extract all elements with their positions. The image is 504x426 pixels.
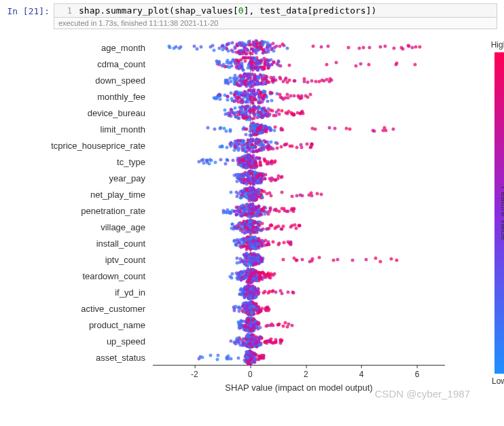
code-text: shap.summary_plot(shap_values[0], test_d… (79, 5, 376, 16)
feature-label: year_pay (109, 173, 145, 183)
feature-label: tcprice_houseprice_rate (51, 141, 145, 151)
x-tick: 4 (359, 370, 364, 379)
feature-label: if_yd_in (115, 287, 145, 298)
shap-row (153, 251, 445, 268)
feature-label: monthly_fee (97, 92, 145, 102)
feature-label: active_customer (81, 304, 145, 314)
plot-area: SHAP value (impact on model output) -202… (153, 39, 445, 386)
feature-label: village_age (101, 222, 145, 232)
feature-label: device_bureau (88, 108, 145, 118)
feature-label: limit_month (101, 124, 145, 135)
shap-row (153, 300, 445, 317)
shap-row (153, 39, 445, 56)
shap-row (153, 170, 445, 186)
feature-label: iptv_count (105, 255, 145, 265)
colorbar-high: High (491, 40, 504, 50)
feature-labels: age_monthcdma_countdown_speedmonthly_fee… (20, 39, 149, 386)
shap-row (153, 137, 445, 154)
x-tick: 0 (248, 370, 253, 379)
line-number: 1 (58, 6, 72, 16)
shap-row (153, 317, 445, 333)
feature-label: age_month (101, 43, 145, 53)
feature-label: install_count (96, 238, 145, 249)
shap-row (153, 268, 445, 284)
x-tick: 2 (304, 370, 308, 379)
shap-row (153, 105, 445, 121)
shap-row (153, 235, 445, 251)
code-input[interactable]: 1 shap.summary_plot(shap_values[0], test… (54, 3, 497, 18)
x-tick: 6 (415, 370, 420, 379)
feature-label: cdma_count (97, 59, 145, 69)
cell-prompt: In [21]: (5, 3, 54, 16)
feature-label: product_name (89, 320, 145, 330)
shap-row (153, 154, 445, 170)
colorbar-label: Feature value (499, 186, 504, 241)
feature-label: tc_type (117, 157, 145, 167)
colorbar-low: Low (492, 376, 504, 386)
execution-info: executed in 1.73s, finished 11:11:38 202… (54, 18, 497, 29)
shap-row (153, 284, 445, 300)
x-axis-title: SHAP value (impact on model output) (153, 383, 445, 393)
code-area: 1 shap.summary_plot(shap_values[0], test… (54, 3, 497, 29)
feature-label: penetration_rate (81, 206, 145, 216)
shap-row (153, 333, 445, 349)
feature-label: asset_status (96, 353, 145, 363)
shap-row (153, 219, 445, 235)
feature-label: up_speed (107, 336, 145, 347)
shap-row (153, 202, 445, 219)
shap-row (153, 88, 445, 105)
feature-label: teardown_count (82, 271, 145, 281)
shap-row (153, 121, 445, 137)
feature-label: net_play_time (90, 190, 145, 200)
x-tick: -2 (191, 370, 198, 379)
feature-label: down_speed (95, 75, 145, 86)
colorbar: High Low Feature value (488, 40, 504, 386)
shap-row (153, 349, 445, 366)
shap-row (153, 186, 445, 202)
shap-summary-plot: age_monthcdma_countdown_speedmonthly_fee… (20, 36, 484, 413)
shap-row (153, 56, 445, 72)
shap-row (153, 72, 445, 88)
code-cell: In [21]: 1 shap.summary_plot(shap_values… (0, 0, 504, 29)
